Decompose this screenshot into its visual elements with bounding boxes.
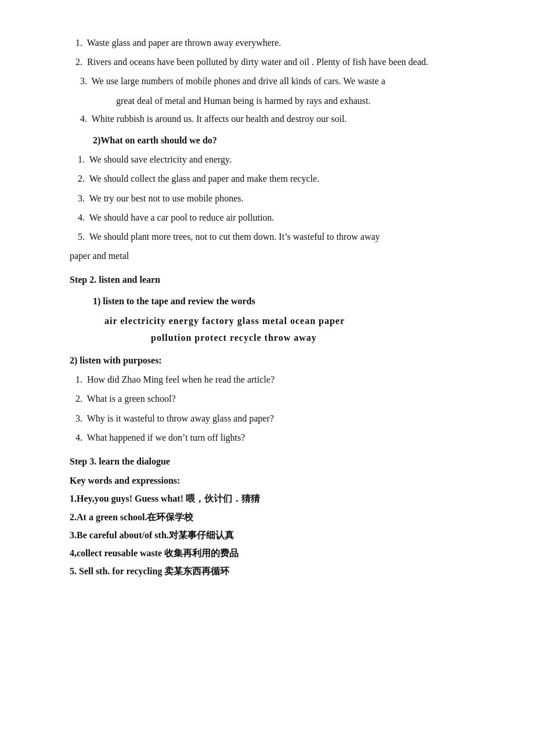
list-item-3: 3. We use large numbers of mobile phones…	[70, 73, 488, 89]
step3-heading: Step 3. learn the dialogue	[70, 453, 488, 469]
section-heading-what: 2)What on earth should we do?	[93, 132, 488, 148]
main-content: 1. Waste glass and paper are thrown away…	[70, 35, 488, 579]
list-item-s4: 4. We should have a car pool to reduce a…	[70, 210, 488, 225]
key-item-2: 2.At a green school.在环保学校	[70, 509, 488, 525]
list-item-s1: 1. We should save electricity and energy…	[70, 152, 488, 167]
list-item-s5-cont: paper and metal	[70, 248, 488, 264]
step2-sub-heading: 1) listen to the tape and review the wor…	[93, 293, 488, 309]
key-item-5: 5. Sell sth. for recycling 卖某东西再循环	[70, 563, 488, 579]
list-item-4: 4. White rubbish is around us. It affect…	[70, 111, 488, 127]
word-list-1: air electricity energy factory glass met…	[104, 313, 488, 329]
list-item-2: 2. Rivers and oceans have been polluted …	[70, 54, 488, 70]
list-item-s3: 3. We try our best not to use mobile pho…	[70, 190, 488, 206]
list-item-s5: 5. We should plant more trees, not to cu…	[70, 229, 488, 244]
step2-2-heading: 2) listen with purposes:	[70, 352, 488, 368]
key-item-1: 1.Hey,you guys! Guess what! 喂，伙计们．猜猜	[70, 491, 488, 506]
question-3: 3. Why is it wasteful to throw away glas…	[70, 411, 488, 426]
question-2: 2. What is a green school?	[70, 391, 488, 406]
step2-heading: Step 2. listen and learn	[70, 272, 488, 287]
key-item-3: 3.Be careful about/of sth.对某事仔细认真	[70, 527, 488, 543]
word-list-2: pollution protect recycle throw away	[104, 330, 488, 345]
list-item-3-cont: great deal of metal and Human being is h…	[70, 93, 488, 109]
key-item-4: 4,collect reusable waste 收集再利用的费品	[70, 545, 488, 561]
keywords-heading: Key words and expressions:	[70, 473, 488, 488]
list-item-s2: 2. We should collect the glass and paper…	[70, 171, 488, 186]
list-item-1: 1. Waste glass and paper are thrown away…	[70, 35, 488, 51]
question-4: 4. What happened if we don’t turn off li…	[70, 430, 488, 445]
question-1: 1. How did Zhao Ming feel when he read t…	[70, 372, 488, 387]
